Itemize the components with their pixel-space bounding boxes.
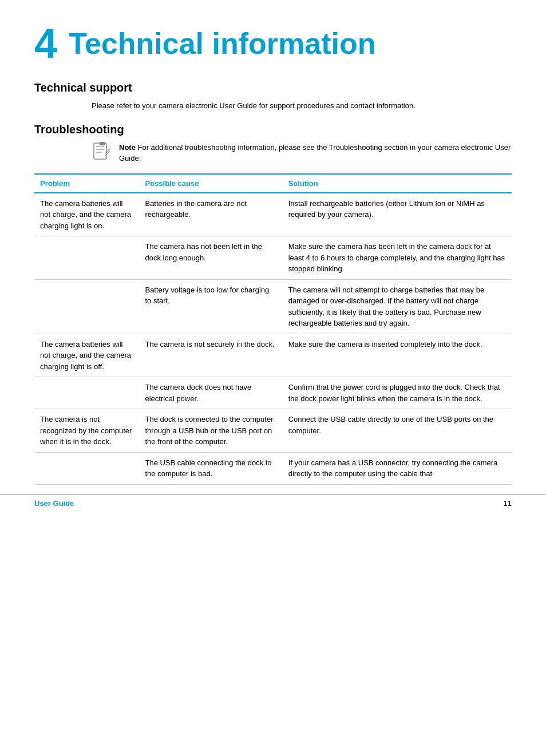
cell-cause: Batteries in the camera are not recharge… — [139, 193, 282, 236]
note-text: Note For additional troubleshooting info… — [119, 142, 512, 164]
cell-cause: The dock is connected to the computer th… — [139, 409, 282, 453]
cell-solution: Install rechargeable batteries (either L… — [283, 193, 512, 236]
table-row: The camera batteries will not charge, an… — [34, 193, 512, 236]
table-row: The camera is not recognized by the comp… — [34, 409, 512, 453]
cell-solution: Confirm that the power cord is plugged i… — [283, 377, 512, 409]
header-problem: Problem — [34, 174, 139, 193]
svg-line-6 — [105, 151, 110, 156]
cell-cause: The USB cable connecting the dock to the… — [139, 452, 282, 484]
technical-support-section: Technical support Please refer to your c… — [34, 81, 512, 112]
header-cause: Possible cause — [139, 174, 282, 193]
table-row: Battery voltage is too low for charging … — [34, 279, 512, 334]
note-body: For additional troubleshooting informati… — [119, 143, 511, 163]
technical-support-heading: Technical support — [34, 81, 512, 94]
cell-problem: The camera batteries will not charge, an… — [34, 334, 139, 377]
cell-problem — [34, 377, 139, 409]
footer-right: 11 — [504, 499, 512, 508]
note-label: Note — [119, 143, 138, 152]
technical-support-body: Please refer to your camera electronic U… — [92, 100, 512, 112]
header-solution: Solution — [283, 174, 512, 193]
footer: User Guide 11 — [0, 494, 546, 508]
table-row: The camera has not been left in the dock… — [34, 236, 512, 280]
svg-line-5 — [105, 149, 110, 153]
cell-cause: Battery voltage is too low for charging … — [139, 279, 282, 334]
cell-cause: The camera has not been left in the dock… — [139, 236, 282, 280]
chapter-title: Technical information — [69, 29, 375, 58]
troubleshooting-section: Troubleshooting Note For additiona — [34, 123, 512, 485]
cell-cause: The camera dock does not have electrical… — [139, 377, 282, 409]
cell-problem: The camera is not recognized by the comp… — [34, 409, 139, 453]
cell-problem: The camera batteries will not charge, an… — [34, 193, 139, 236]
note-icon — [92, 142, 112, 163]
table-row: The camera dock does not have electrical… — [34, 377, 512, 409]
cell-solution: The camera will not attempt to charge ba… — [283, 279, 512, 334]
page: 4 Technical information Technical suppor… — [0, 0, 546, 519]
chapter-number: 4 — [34, 23, 57, 64]
table-header-row: Problem Possible cause Solution — [34, 174, 512, 193]
troubleshooting-heading: Troubleshooting — [34, 123, 512, 136]
table-row: The USB cable connecting the dock to the… — [34, 452, 512, 484]
cell-solution: Make sure the camera has been left in th… — [283, 236, 512, 280]
footer-left: User Guide — [34, 499, 74, 508]
cell-solution: Connect the USB cable directly to one of… — [283, 409, 512, 453]
cell-solution: Make sure the camera is inserted complet… — [283, 334, 512, 377]
table-row: The camera batteries will not charge, an… — [34, 334, 512, 377]
cell-cause: The camera is not securely in the dock. — [139, 334, 282, 377]
cell-problem — [34, 452, 139, 484]
cell-problem — [34, 279, 139, 334]
cell-problem — [34, 236, 139, 280]
cell-solution: If your camera has a USB connector, try … — [283, 452, 512, 484]
note-box: Note For additional troubleshooting info… — [92, 142, 512, 164]
chapter-header: 4 Technical information — [34, 23, 512, 64]
troubleshooting-table: Problem Possible cause Solution The came… — [34, 173, 512, 485]
svg-rect-4 — [100, 142, 105, 145]
svg-rect-0 — [94, 143, 106, 159]
